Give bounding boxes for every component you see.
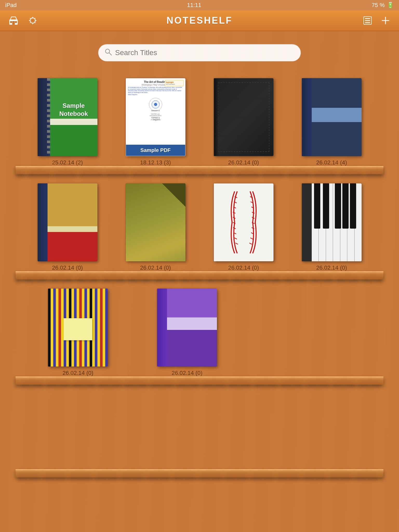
list-item[interactable]: The Art of Reading Developing a "Map" of… [119, 78, 192, 166]
shelf-row-1: SampleNotebook 25.02.14 (2) The Art of R… [16, 72, 383, 174]
book-date: 26.02.14 (0) [52, 264, 83, 271]
add-notebook-button[interactable] [380, 15, 391, 26]
list-item[interactable]: 26.02.14 (0) [140, 289, 234, 376]
list-item[interactable]: 26.02.14 (4) [295, 78, 368, 166]
list-item[interactable]: SampleNotebook 25.02.14 (2) [31, 78, 104, 166]
toolbar: NOTESHELF [0, 10, 399, 31]
svg-rect-10 [365, 22, 370, 23]
search-bar[interactable] [98, 44, 301, 61]
svg-point-6 [31, 19, 34, 22]
list-item[interactable]: 26.02.14 (0) [31, 183, 104, 271]
list-item[interactable]: 26.02.14 (0) [295, 183, 368, 271]
app-title: NOTESHELF [167, 15, 232, 26]
book-date: 26.02.14 (0) [172, 370, 203, 376]
svg-text:IDENTIFY A: IDENTIFY A [151, 110, 160, 111]
svg-line-38 [249, 243, 252, 244]
book-date: 26.02.14 (0) [140, 264, 171, 271]
svg-rect-3 [15, 21, 17, 23]
book-date: 26.02.14 (0) [316, 264, 347, 271]
book-date: 26.02.14 (0) [228, 159, 259, 166]
svg-line-28 [235, 243, 238, 244]
shelf-row-2: 26.02.14 (0) 26.02.14 (0) [16, 177, 383, 280]
shelf-area: SampleNotebook 25.02.14 (2) The Art of R… [0, 31, 399, 532]
search-bar-container [16, 36, 383, 72]
book-date: 26.02.14 (4) [316, 159, 347, 166]
list-item[interactable]: 26.02.14 (0) [31, 289, 125, 376]
book-date: 18.12.13 (3) [140, 159, 171, 166]
shelf-plank-4 [16, 469, 383, 477]
svg-rect-8 [365, 18, 370, 19]
shelf-plank-2 [16, 271, 383, 280]
svg-rect-2 [10, 21, 12, 23]
settings-button[interactable] [27, 15, 38, 26]
svg-line-14 [109, 53, 111, 55]
book-date: 26.02.14 (0) [228, 264, 259, 271]
list-view-button[interactable] [362, 15, 373, 26]
shelf-plank-3 [16, 376, 383, 385]
battery-icon: 🔋 [387, 2, 394, 9]
shelf-row-4 [16, 387, 383, 477]
book-date: 26.02.14 (0) [63, 370, 94, 376]
svg-line-27 [234, 238, 237, 239]
status-bar: iPad 11:11 75 % 🔋 [0, 0, 399, 10]
list-item[interactable]: 26.02.14 (0) [207, 183, 280, 271]
search-icon [105, 48, 112, 57]
battery-level: 75 % [372, 2, 385, 9]
book-date: 25.02.14 (2) [52, 159, 83, 166]
svg-point-17 [154, 103, 157, 106]
svg-rect-9 [365, 20, 370, 21]
list-item[interactable]: 26.02.14 (0) [119, 183, 192, 271]
store-button[interactable] [8, 15, 19, 26]
shelf-plank-1 [16, 166, 383, 174]
search-input[interactable] [115, 49, 294, 57]
clock: 11:11 [187, 2, 201, 8]
device-name: iPad [5, 2, 17, 9]
list-item[interactable]: 26.02.14 (0) [207, 78, 280, 166]
svg-line-37 [250, 238, 253, 239]
shelf-row-3: 26.02.14 (0) 26.02.14 (0) [16, 282, 383, 385]
svg-rect-1 [12, 21, 15, 25]
